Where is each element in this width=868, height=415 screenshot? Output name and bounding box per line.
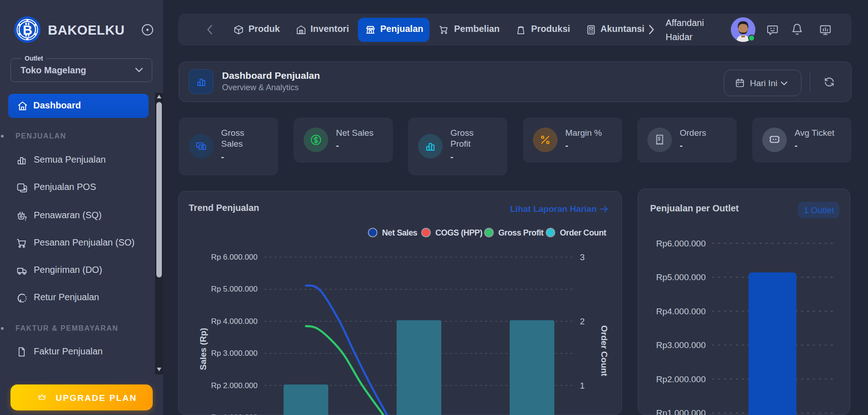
svg-text:Order Count: Order Count <box>599 325 609 377</box>
svg-text:Rp3.000.000: Rp3.000.000 <box>656 340 706 350</box>
svg-text:Rp1.000.000: Rp1.000.000 <box>656 408 706 415</box>
svg-text:2: 2 <box>580 317 585 326</box>
svg-text:Rp 3.000.000: Rp 3.000.000 <box>211 349 258 358</box>
svg-text:Rp2.000.000: Rp2.000.000 <box>656 374 706 384</box>
svg-text:Sales (Rp): Sales (Rp) <box>198 328 208 370</box>
svg-text:1: 1 <box>580 381 585 390</box>
svg-text:Rp 1.000.000: Rp 1.000.000 <box>211 413 258 415</box>
svg-text:Rp 5.000.000: Rp 5.000.000 <box>211 285 258 293</box>
svg-text:B: B <box>23 23 32 37</box>
svg-text:Rp6.000.000: Rp6.000.000 <box>656 239 706 248</box>
svg-text:3: 3 <box>580 252 585 262</box>
svg-text:Rp4.000.000: Rp4.000.000 <box>656 307 706 316</box>
svg-text:Rp5.000.000: Rp5.000.000 <box>656 272 706 282</box>
svg-text:Rp 4.000.000: Rp 4.000.000 <box>211 317 258 326</box>
svg-text:Rp 6.000.000: Rp 6.000.000 <box>211 253 258 261</box>
svg-text:Rp 2.000.000: Rp 2.000.000 <box>211 381 258 390</box>
